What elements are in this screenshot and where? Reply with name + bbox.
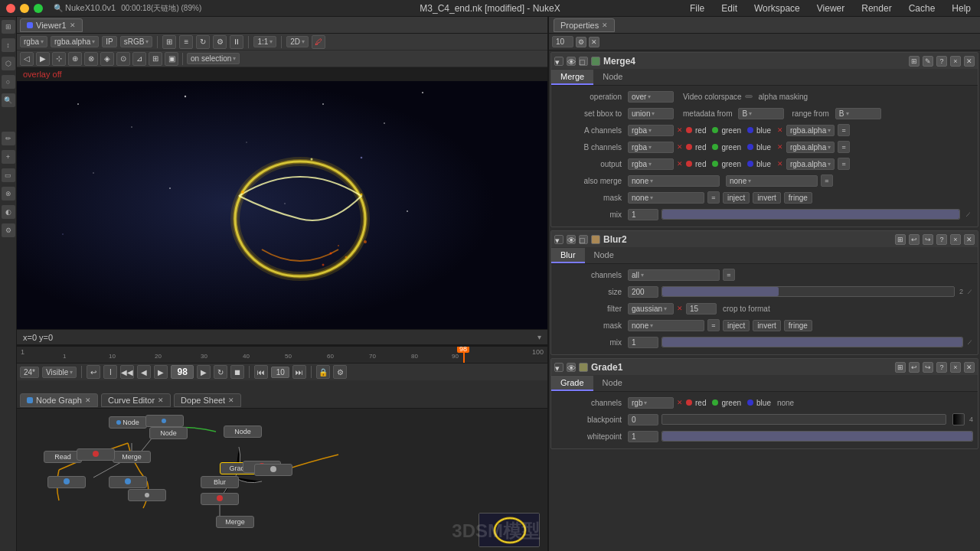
prev-frame-btn[interactable]: ◀◀	[120, 365, 134, 379]
sidebar-icon-pen[interactable]: ✏	[2, 132, 15, 145]
merge4-tab-merge[interactable]: Merge	[551, 70, 593, 85]
colorspace-dropdown[interactable]: sRGB ▾	[120, 36, 153, 47]
tool-b[interactable]: ⊕	[68, 52, 82, 66]
tool-f[interactable]: ⊿	[132, 52, 146, 66]
props-close-btn[interactable]: ✕	[589, 37, 599, 47]
blackpoint-swatch[interactable]	[952, 413, 965, 425]
whitepoint-input[interactable]: 1	[628, 431, 658, 442]
node-graph-canvas[interactable]: Node Node Node Read Merge Grade	[17, 409, 547, 551]
blur2-btn1[interactable]: ⊞	[895, 234, 906, 245]
mask-inject-btn[interactable]: inject	[723, 192, 750, 204]
ce-tab-close[interactable]: ✕	[158, 396, 164, 404]
tool-h[interactable]: ▣	[165, 52, 178, 66]
zoom-dropdown[interactable]: 1:1 ▾	[253, 36, 276, 47]
blackpoint-slider[interactable]	[662, 414, 946, 425]
color-picker-btn[interactable]: 🖊	[312, 35, 325, 49]
grade-red-x[interactable]: ✕	[677, 399, 683, 406]
grade1-btn5[interactable]: ×	[950, 362, 961, 373]
grade1-icon-view[interactable]: 👁	[567, 363, 576, 372]
grade-channels-dropdown[interactable]: rgb ▾	[628, 397, 674, 409]
mask-invert-btn[interactable]: invert	[753, 192, 780, 204]
blur-mix-slider[interactable]	[662, 337, 963, 347]
blur-channels-dropdown[interactable]: all ▾	[628, 269, 720, 281]
menu-edit[interactable]: Edit	[718, 2, 740, 15]
blur-size-input[interactable]: 200	[628, 286, 658, 298]
vid-colorspace-btn[interactable]	[745, 95, 753, 98]
settings-btn2[interactable]: ⚙	[333, 365, 347, 379]
ng-node-dot5[interactable]	[128, 489, 166, 501]
play-loop-btn[interactable]: ↻	[214, 365, 227, 379]
meta-dropdown[interactable]: B ▾	[738, 108, 784, 119]
viewer-canvas[interactable]	[17, 81, 547, 329]
menu-viewer[interactable]: Viewer	[814, 2, 848, 15]
mask-dropdown[interactable]: none ▾	[628, 192, 704, 204]
merge4-btn5[interactable]: ✕	[964, 56, 975, 67]
ng-node-4[interactable]: Node	[224, 425, 262, 438]
merge4-btn3[interactable]: ?	[936, 56, 947, 67]
lock-btn[interactable]: 🔒	[316, 365, 330, 379]
ng-node-merge[interactable]: Merge	[113, 451, 151, 463]
tool-c[interactable]: ⊗	[84, 52, 98, 66]
ng-node-2[interactable]	[145, 415, 184, 427]
a-ch-eq[interactable]: =	[838, 124, 850, 136]
b-ch-eq[interactable]: =	[838, 141, 850, 153]
out-alpha-x[interactable]: ✕	[777, 160, 783, 168]
a-ch-dropdown[interactable]: rgba ▾	[628, 125, 674, 136]
op-dropdown[interactable]: over ▾	[628, 91, 674, 103]
viewer-icon-pause[interactable]: ⏸	[230, 35, 243, 49]
maximize-window-button[interactable]	[34, 4, 43, 13]
blur2-icon-b[interactable]: □	[579, 235, 588, 244]
sidebar-icon-box[interactable]: ▭	[2, 168, 15, 182]
tool-a[interactable]: ⊹	[52, 52, 66, 66]
menu-help[interactable]: Help	[949, 2, 974, 15]
properties-tab-close[interactable]: ✕	[602, 21, 608, 29]
ng-node-dot3[interactable]	[47, 476, 86, 488]
also-merge-dropdown[interactable]: none ▾	[628, 175, 720, 187]
viewer-icon-c[interactable]: ↻	[196, 35, 210, 49]
grade1-tab-grade[interactable]: Grade	[551, 376, 593, 391]
ip-button[interactable]: IP	[102, 36, 116, 47]
blur-fringe-btn[interactable]: fringe	[784, 320, 812, 331]
ng-node-merge2[interactable]: Merge	[216, 516, 254, 528]
also-merge-dropdown2[interactable]: none ▾	[726, 175, 818, 187]
dope-sheet-tab[interactable]: Dope Sheet ✕	[174, 393, 241, 407]
tool-prev[interactable]: ◁	[20, 52, 34, 66]
grade1-btn3[interactable]: ↪	[923, 362, 933, 373]
whitepoint-slider[interactable]	[662, 431, 973, 442]
menu-cache[interactable]: Cache	[906, 2, 939, 15]
merge4-tab-node[interactable]: Node	[593, 70, 632, 85]
sidebar-icon-home[interactable]: ⊞	[2, 20, 15, 34]
out-dropdown[interactable]: rgba ▾	[628, 158, 674, 170]
blur2-btn5[interactable]: ×	[950, 234, 961, 245]
node-graph-tab[interactable]: Node Graph ✕	[20, 393, 98, 407]
sidebar-icon-3d[interactable]: ⬡	[2, 57, 15, 70]
blur2-btn6[interactable]: ✕	[964, 234, 975, 245]
mask-fringe-btn[interactable]: fringe	[784, 192, 812, 204]
blur2-btn4[interactable]: ?	[936, 234, 947, 245]
blur-mask-eq[interactable]: =	[707, 319, 720, 331]
ng-node-dot2[interactable]	[254, 464, 292, 476]
blur-mix-input[interactable]: 1	[628, 337, 658, 348]
menu-file[interactable]: File	[687, 2, 707, 15]
sidebar-icon-search[interactable]: 🔍	[2, 93, 15, 107]
skip-back-btn[interactable]: ⏮	[254, 365, 268, 379]
bbox-dropdown[interactable]: union ▾	[628, 108, 674, 119]
increment-display[interactable]: 10	[271, 367, 289, 378]
channel-dropdown[interactable]: rgba ▾	[20, 36, 47, 47]
blur-inject-btn[interactable]: inject	[723, 320, 750, 331]
merge4-icon-view[interactable]: 👁	[567, 57, 576, 66]
blur2-icon-view[interactable]: 👁	[567, 235, 576, 244]
menu-workspace[interactable]: Workspace	[751, 2, 803, 15]
tool-next[interactable]: ▶	[36, 52, 50, 66]
vis-dropdown[interactable]: Visible ▾	[42, 367, 77, 378]
blur2-icon-collapse[interactable]: ▾	[554, 235, 564, 244]
merge4-btn4[interactable]: ×	[950, 56, 961, 67]
merge4-icon-collapse[interactable]: ▾	[554, 57, 564, 66]
blur-mix-anim[interactable]: ⟋	[966, 338, 973, 346]
ng-node-blur[interactable]: Blur	[201, 476, 239, 488]
ng-node-dot4[interactable]	[109, 476, 147, 488]
out-eq[interactable]: =	[838, 158, 850, 170]
b-alpha-dropdown[interactable]: rgba.alpha ▾	[786, 142, 835, 153]
sidebar-icon-add[interactable]: +	[2, 150, 15, 164]
ng-node-5[interactable]	[201, 493, 239, 505]
